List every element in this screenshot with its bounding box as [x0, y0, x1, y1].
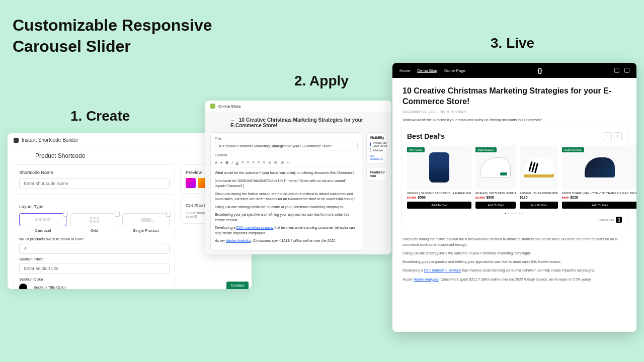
content-field-label: Content [215, 153, 358, 157]
shortcode-name-label: Shortcode Name [19, 170, 170, 175]
contact-button[interactable]: Contact [226, 282, 249, 289]
add-to-cart-button[interactable]: Add To Cart [475, 202, 516, 209]
title-field-input[interactable]: 10 Creative Christmas Marketing Strategi… [215, 142, 358, 150]
shortcode-name-input[interactable] [19, 178, 170, 189]
code-btn[interactable]: ‹› [287, 160, 290, 165]
layout-grid[interactable]: Grid [70, 213, 118, 233]
post-title-heading: 10 Creative Christmas Marketing Strategi… [230, 117, 363, 128]
live-panel: Home Demo Blog Dome Page {} 10 Creative … [392, 63, 636, 332]
product-carousel: Best Deal's ‹ › HOT DEAL ADIDAS | CLASSI… [401, 127, 627, 228]
layout-single[interactable]: Single Product [122, 213, 170, 233]
layout-carousel[interactable]: Carousel [19, 213, 66, 233]
align-btn[interactable]: ≡ [263, 160, 266, 165]
store-name: Online Store [218, 104, 240, 109]
bold-btn[interactable]: B [225, 160, 228, 165]
d2c-link-2[interactable]: D2C marketing strategy [424, 268, 461, 272]
color-swatch[interactable] [19, 284, 27, 289]
dropdown-icon[interactable]: ▾ [220, 160, 222, 165]
list2-btn[interactable]: ≡ [247, 160, 250, 165]
store-header: Online Store [205, 101, 391, 112]
article-title: 10 Creative Christmas Marketing Strategi… [403, 86, 626, 107]
carousel-title: Best Deal's [407, 132, 445, 140]
video-btn[interactable]: ⊙ [281, 160, 284, 165]
featured-image-label: Featured ima [370, 170, 383, 177]
product-name: ASICS TIGER | GEL-LYTE V '30 YEARS OF GE… [562, 192, 636, 195]
product-image [524, 157, 554, 177]
main-heading: Customizable Responsive Carousel Slider [13, 15, 212, 57]
carousel-dots[interactable]: ●●●●●● [407, 212, 622, 215]
step-3-label: 3. Live [491, 35, 534, 51]
carousel-next-icon[interactable]: › [614, 132, 622, 140]
visibility-label: Visibility [370, 136, 383, 139]
product-image [480, 157, 511, 177]
powered-by: Powered by{} [407, 217, 622, 223]
nav-blog[interactable]: Demo Blog [417, 68, 437, 73]
shopify-icon [210, 104, 215, 109]
d2c-link[interactable]: D2C marketing strategy [236, 226, 274, 229]
product-card[interactable]: HOT DEAL ADIDAS | CLASSIC BACKPACK | LEG… [407, 145, 471, 209]
color-btn[interactable]: A [269, 160, 271, 165]
adobe-link-2[interactable]: Adobe Analytics [414, 278, 439, 281]
indent-btn[interactable]: ≡ [252, 160, 255, 165]
add-to-cart-button[interactable]: Add To Cart [520, 202, 558, 209]
app-icon [14, 138, 19, 143]
product-name: ADIDAS | KID'S STAN SMITH [475, 192, 516, 195]
add-to-cart-button[interactable]: Add To Cart [407, 202, 471, 209]
product-image [585, 157, 615, 177]
back-arrow-icon[interactable]: ← [230, 117, 235, 123]
layout-type-label: Layout Type [19, 204, 170, 209]
search-icon[interactable] [614, 68, 619, 73]
font-btn[interactable]: A [215, 160, 217, 165]
italic-btn[interactable]: I [231, 160, 232, 165]
add-to-cart-button[interactable]: Add To Cart [562, 202, 636, 209]
underline-btn[interactable]: U [235, 160, 238, 165]
editor-toolbar: A ▾ B I U ≡ ≡ ≡ ≡ ≡ A ⊞ ⊙ ‹› [215, 158, 358, 167]
article-body: Discounts during the festive season are … [392, 233, 636, 288]
app-name: Instant Shortcode Builder [22, 137, 78, 143]
powered-logo-icon: {} [616, 217, 622, 223]
set-visibility-link[interactable]: Set visibility d [370, 154, 383, 160]
outdent-btn[interactable]: ≡ [258, 160, 260, 165]
product-card[interactable]: BESTSELLER ADIDAS | KID'S STAN SMITH $1,… [475, 145, 516, 209]
hidden-radio[interactable]: Hidden [370, 148, 383, 152]
row-count-label: No of products want to show in row? [19, 237, 170, 241]
apply-panel: Online Store ← 10 Creative Christmas Mar… [205, 101, 391, 254]
product-name: ADIDAS | SUPERSTAR 80S [520, 192, 558, 195]
adobe-link[interactable]: Adobe Analytics [226, 239, 251, 242]
article-intro: What would be the outcome if your focus … [392, 118, 636, 127]
cart-icon[interactable] [624, 68, 629, 73]
nav-home[interactable]: Home [399, 68, 410, 73]
product-card[interactable]: NEW ARRIVAL ASICS TIGER | GEL-LYTE V '30… [562, 145, 636, 209]
article-meta: DECEMBER 15, 2023 · RISHI THAKKER [403, 110, 626, 113]
badge-new: NEW ARRIVAL [562, 147, 584, 152]
nav-page[interactable]: Dome Page [444, 68, 465, 73]
image-btn[interactable]: ⊞ [274, 160, 278, 165]
visible-radio[interactable]: Visible (asGMT+5:30 [370, 141, 383, 147]
carousel-prev-icon[interactable]: ‹ [604, 132, 612, 140]
step-2-label: 2. Apply [294, 73, 349, 89]
title-field-label: Title [215, 137, 358, 140]
product-image [429, 152, 449, 183]
product-card[interactable]: ADIDAS | SUPERSTAR 80S $170 Add To Cart [520, 145, 558, 209]
site-logo[interactable]: {} [537, 67, 542, 74]
section-color-label: Section Color [19, 277, 170, 282]
site-navbar: Home Demo Blog Dome Page {} [392, 63, 636, 78]
step-1-label: 1. Create [70, 108, 130, 124]
editor-body[interactable]: What would be the outcome if your focus … [215, 170, 358, 244]
list-btn[interactable]: ≡ [242, 160, 244, 165]
row-count-input[interactable] [19, 243, 170, 254]
badge-hot: HOT DEAL [407, 147, 425, 152]
product-name: ADIDAS | CLASSIC BACKPACK | LEGEND INK [407, 192, 471, 195]
section-title-input[interactable] [19, 263, 170, 274]
section-title-label: Section Title? [19, 257, 170, 261]
badge-best: BESTSELLER [475, 147, 497, 152]
color-row[interactable]: Section Title Color [19, 284, 170, 289]
